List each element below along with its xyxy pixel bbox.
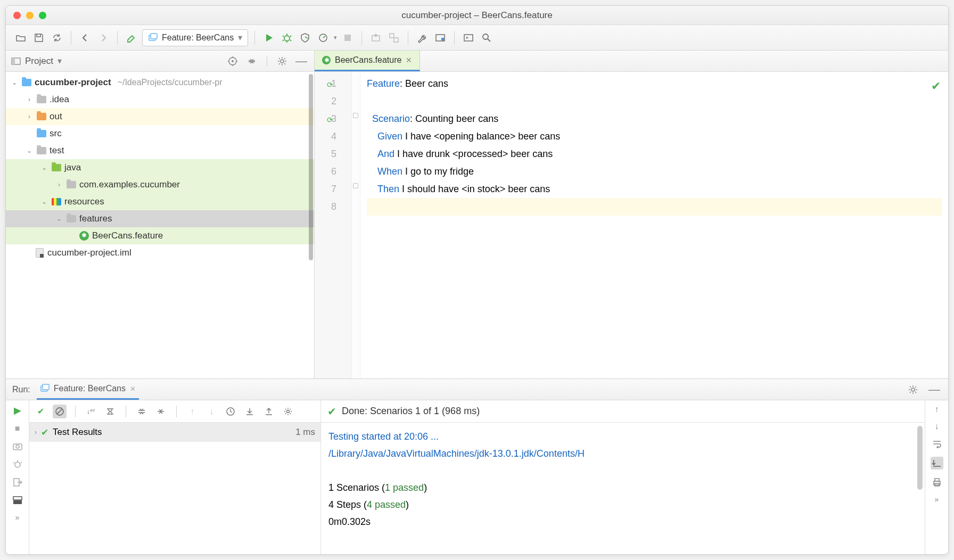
stop-icon[interactable]: ■ xyxy=(15,424,20,433)
close-icon[interactable]: ✕ xyxy=(130,385,136,393)
coverage-icon[interactable] xyxy=(298,30,312,45)
tree-root[interactable]: ⌄ cucumber-project ~/IdeaProjects/cucumb… xyxy=(6,74,314,91)
status-text: Done: Scenarios 1 of 1 (968 ms) xyxy=(342,406,480,417)
expand-icon[interactable]: ⌄ xyxy=(55,215,63,223)
expand-icon[interactable]: › xyxy=(25,113,34,120)
scroll-down-icon[interactable]: ↓ xyxy=(935,422,939,431)
fold-toggle-icon[interactable] xyxy=(353,183,358,188)
hide-icon[interactable]: — xyxy=(927,382,942,397)
chevron-down-icon[interactable]: ▾ xyxy=(334,34,337,41)
back-icon[interactable] xyxy=(78,30,93,45)
history-icon[interactable] xyxy=(224,405,237,418)
expand-icon[interactable]: ⌄ xyxy=(40,164,48,171)
folder-icon xyxy=(37,113,46,120)
chevron-down-icon[interactable]: ▾ xyxy=(57,56,62,66)
scrollbar[interactable] xyxy=(309,74,313,260)
tree-item-feature-file[interactable]: BeerCans.feature xyxy=(6,227,314,244)
rerun-icon[interactable]: ▶ xyxy=(14,405,21,416)
show-passed-icon[interactable]: ✔ xyxy=(34,405,47,418)
tree-item-idea[interactable]: › .idea xyxy=(6,91,314,108)
vcs-update-icon[interactable] xyxy=(368,30,383,45)
tree-item-resources[interactable]: ⌄ resources xyxy=(6,193,314,210)
test-duration: 1 ms xyxy=(295,427,315,438)
run-gutter-icon[interactable]: ⟳ xyxy=(327,111,333,129)
prev-failed-icon[interactable]: ↑ xyxy=(185,405,199,418)
profile-icon[interactable] xyxy=(316,30,331,45)
run-gutter-icon[interactable]: ⟳ xyxy=(327,76,333,94)
code-editor[interactable]: 1⟳ 2 3⟳ 4 5 6 7 8 Feature: Beer cans S xyxy=(315,72,948,378)
sort-duration-icon[interactable] xyxy=(103,405,117,418)
gear-icon[interactable] xyxy=(281,405,295,418)
sync-icon[interactable] xyxy=(50,30,64,45)
project-structure-icon[interactable] xyxy=(433,30,448,45)
zoom-window-button[interactable] xyxy=(39,12,46,19)
screenshot-icon[interactable] xyxy=(12,441,23,451)
close-window-button[interactable] xyxy=(13,12,21,19)
close-tab-icon[interactable]: ✕ xyxy=(406,56,412,64)
code-content[interactable]: Feature: Beer cans Scenario: Counting be… xyxy=(360,72,948,378)
run-tab[interactable]: Feature: BeerCans ✕ xyxy=(37,379,139,400)
console-output[interactable]: Testing started at 20:06 ... /Library/Ja… xyxy=(321,423,925,554)
run-icon[interactable] xyxy=(261,30,276,45)
gear-icon[interactable] xyxy=(906,382,920,397)
expand-icon[interactable]: ⌄ xyxy=(25,147,34,154)
gear-icon[interactable] xyxy=(275,54,290,69)
import-icon[interactable] xyxy=(243,405,257,418)
save-icon[interactable] xyxy=(31,30,46,45)
show-ignored-icon[interactable] xyxy=(53,405,67,418)
sort-alpha-icon[interactable]: ↓ᵃᶻ xyxy=(84,405,98,418)
run-anything-icon[interactable] xyxy=(461,30,476,45)
locate-icon[interactable] xyxy=(225,54,240,69)
tree-item-src[interactable]: › src xyxy=(6,125,314,142)
expand-icon[interactable]: › xyxy=(55,181,63,188)
scroll-to-end-icon[interactable] xyxy=(931,457,943,470)
tree-item-package[interactable]: › com.examples.cucumber xyxy=(6,176,314,193)
next-failed-icon[interactable]: ↓ xyxy=(204,405,218,418)
expand-all-icon[interactable] xyxy=(135,405,149,418)
module-folder-icon xyxy=(22,79,31,86)
editor-tab[interactable]: BeerCans.feature ✕ xyxy=(315,51,420,71)
expand-icon[interactable]: › xyxy=(35,429,37,436)
project-tree[interactable]: ⌄ cucumber-project ~/IdeaProjects/cucumb… xyxy=(6,72,314,378)
scrollbar[interactable] xyxy=(917,426,923,490)
svg-point-28 xyxy=(287,410,290,413)
open-icon[interactable] xyxy=(13,30,28,45)
run-config-selector[interactable]: Feature: BeerCans ▾ xyxy=(142,29,248,46)
settings-icon[interactable] xyxy=(415,30,430,45)
debug-icon[interactable] xyxy=(279,30,294,45)
collapse-all-icon[interactable] xyxy=(154,405,168,418)
vcs-commit-icon[interactable] xyxy=(386,30,401,45)
svg-rect-25 xyxy=(13,497,22,500)
exit-icon[interactable] xyxy=(12,477,23,488)
test-results-root[interactable]: › ✔ Test Results 1 ms xyxy=(29,423,320,442)
print-icon[interactable] xyxy=(932,477,942,488)
fold-toggle-icon[interactable] xyxy=(353,113,358,118)
build-icon[interactable] xyxy=(124,30,139,45)
stop-icon[interactable] xyxy=(340,30,355,45)
hide-icon[interactable]: — xyxy=(294,54,309,69)
more-icon[interactable]: » xyxy=(935,495,939,504)
tree-item-out[interactable]: › out xyxy=(6,108,314,125)
more-icon[interactable]: » xyxy=(15,513,20,522)
tree-item-java[interactable]: ⌄ java xyxy=(6,159,314,176)
svg-rect-7 xyxy=(394,38,398,42)
tree-item-features[interactable]: ⌄ features xyxy=(6,210,314,227)
debug-rerun-icon[interactable] xyxy=(12,459,23,470)
collapse-all-icon[interactable] xyxy=(244,54,259,69)
expand-icon[interactable]: ⌄ xyxy=(10,79,19,86)
search-icon[interactable] xyxy=(479,30,494,45)
forward-icon[interactable] xyxy=(96,30,111,45)
export-icon[interactable] xyxy=(262,405,276,418)
svg-rect-4 xyxy=(344,35,351,41)
tree-item-iml[interactable]: cucumber-project.iml xyxy=(6,244,314,261)
expand-icon[interactable]: ⌄ xyxy=(40,198,48,205)
minimize-window-button[interactable] xyxy=(26,12,34,19)
tree-item-test[interactable]: ⌄ test xyxy=(6,142,314,159)
expand-icon[interactable]: › xyxy=(25,96,34,103)
window-controls xyxy=(13,12,46,19)
layout-icon[interactable] xyxy=(12,495,23,506)
ide-window: cucumber-project – BeerCans.feature Feat… xyxy=(5,5,949,555)
scroll-up-icon[interactable]: ↑ xyxy=(935,405,939,414)
inspection-ok-icon[interactable]: ✔ xyxy=(931,77,941,95)
soft-wrap-icon[interactable] xyxy=(932,439,942,449)
